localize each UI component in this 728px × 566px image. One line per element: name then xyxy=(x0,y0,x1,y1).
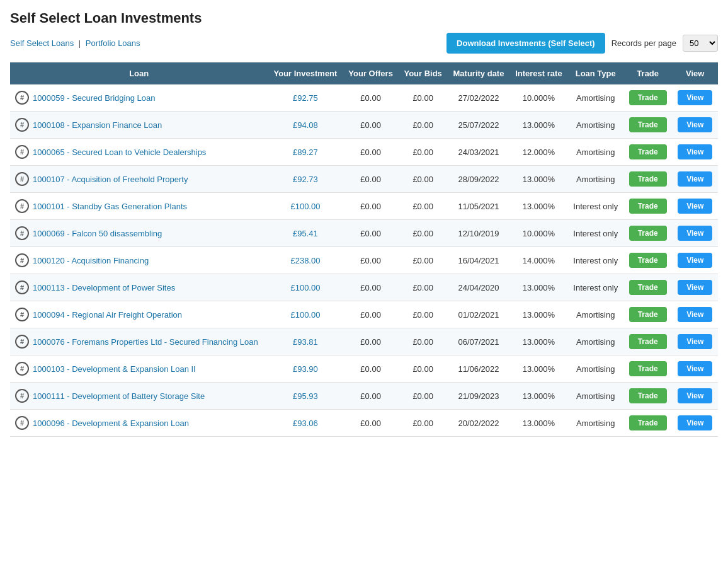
loan-type-value: Amortising xyxy=(567,410,623,437)
loan-link[interactable]: 1000069 - Falcon 50 disassembling xyxy=(33,229,162,238)
offers-value: £0.00 xyxy=(343,301,399,328)
hash-icon: # xyxy=(15,118,29,132)
loan-link[interactable]: 1000113 - Development of Power Sites xyxy=(33,283,175,292)
trade-button[interactable]: Trade xyxy=(629,415,667,430)
trade-button[interactable]: Trade xyxy=(629,280,667,295)
table-row: # 1000094 - Regional Air Freight Operati… xyxy=(10,301,718,328)
loan-link[interactable]: 1000065 - Secured Loan to Vehicle Dealer… xyxy=(33,147,206,157)
loan-link[interactable]: 1000101 - Standby Gas Generation Plants xyxy=(33,202,187,211)
maturity-value: 06/07/2021 xyxy=(448,328,510,355)
trade-cell: Trade xyxy=(623,139,672,166)
view-button[interactable]: View xyxy=(678,199,712,214)
hash-icon: # xyxy=(15,308,29,321)
hash-icon: # xyxy=(15,226,29,240)
loan-link[interactable]: 1000111 - Development of Battery Storage… xyxy=(33,391,205,401)
rate-value: 13.000% xyxy=(509,166,567,193)
loan-cell: # 1000065 - Secured Loan to Vehicle Deal… xyxy=(10,139,268,166)
investment-value: £92.75 xyxy=(268,84,343,112)
view-cell: View xyxy=(672,166,718,193)
trade-cell: Trade xyxy=(623,247,672,274)
trade-cell: Trade xyxy=(623,301,672,328)
hash-icon: # xyxy=(15,416,29,430)
view-button[interactable]: View xyxy=(678,280,712,295)
trade-button[interactable]: Trade xyxy=(629,388,667,403)
table-row: # 1000059 - Secured Bridging Loan £92.75… xyxy=(10,84,718,112)
toolbar: Download Investments (Self Select) Recor… xyxy=(446,33,718,54)
maturity-value: 24/03/2021 xyxy=(448,139,510,166)
loan-link[interactable]: 1000096 - Development & Expansion Loan xyxy=(33,419,189,428)
header-row: Loan Your Investment Your Offers Your Bi… xyxy=(10,62,718,84)
trade-button[interactable]: Trade xyxy=(629,199,667,214)
loan-type-value: Amortising xyxy=(567,328,623,355)
view-button[interactable]: View xyxy=(678,144,712,159)
view-button[interactable]: View xyxy=(678,226,712,241)
loan-link[interactable]: 1000059 - Secured Bridging Loan xyxy=(33,93,155,103)
trade-cell: Trade xyxy=(623,112,672,139)
trade-button[interactable]: Trade xyxy=(629,117,667,132)
trade-cell: Trade xyxy=(623,166,672,193)
self-select-loans-link[interactable]: Self Select Loans xyxy=(10,38,74,48)
records-per-page-select[interactable]: 50 25 100 xyxy=(683,35,718,52)
hash-icon: # xyxy=(15,172,29,186)
table-row: # 1000069 - Falcon 50 disassembling £95.… xyxy=(10,220,718,247)
col-bids: Your Bids xyxy=(399,62,448,84)
loan-cell: # 1000069 - Falcon 50 disassembling xyxy=(10,220,268,247)
hash-icon: # xyxy=(15,335,29,349)
loan-link[interactable]: 1000108 - Expansion Finance Loan xyxy=(33,120,162,130)
offers-value: £0.00 xyxy=(343,112,399,139)
view-cell: View xyxy=(672,301,718,328)
table-row: # 1000107 - Acquisition of Freehold Prop… xyxy=(10,166,718,193)
view-cell: View xyxy=(672,84,718,112)
trade-button[interactable]: Trade xyxy=(629,253,667,268)
offers-value: £0.00 xyxy=(343,274,399,301)
col-loan-type: Loan Type xyxy=(567,62,623,84)
loan-link[interactable]: 1000120 - Acquisition Financing xyxy=(33,256,149,265)
investment-value: £100.00 xyxy=(268,301,343,328)
view-button[interactable]: View xyxy=(678,361,712,376)
rate-value: 13.000% xyxy=(509,355,567,383)
trade-button[interactable]: Trade xyxy=(629,226,667,241)
view-button[interactable]: View xyxy=(678,117,712,132)
view-button[interactable]: View xyxy=(678,415,712,430)
bids-value: £0.00 xyxy=(399,410,448,437)
bids-value: £0.00 xyxy=(399,355,448,383)
bids-value: £0.00 xyxy=(399,247,448,274)
loan-type-value: Interest only xyxy=(567,193,623,220)
view-button[interactable]: View xyxy=(678,307,712,322)
view-button[interactable]: View xyxy=(678,171,712,187)
table-row: # 1000076 - Foremans Properties Ltd - Se… xyxy=(10,328,718,355)
rate-value: 10.000% xyxy=(509,220,567,247)
investment-value: £93.81 xyxy=(268,328,343,355)
trade-button[interactable]: Trade xyxy=(629,307,667,322)
loan-type-value: Interest only xyxy=(567,274,623,301)
offers-value: £0.00 xyxy=(343,220,399,247)
trade-button[interactable]: Trade xyxy=(629,361,667,376)
view-button[interactable]: View xyxy=(678,388,712,403)
rate-value: 13.000% xyxy=(509,274,567,301)
loan-link[interactable]: 1000107 - Acquisition of Freehold Proper… xyxy=(33,175,188,184)
loan-link[interactable]: 1000076 - Foremans Properties Ltd - Secu… xyxy=(33,337,258,347)
view-cell: View xyxy=(672,112,718,139)
table-row: # 1000113 - Development of Power Sites £… xyxy=(10,274,718,301)
offers-value: £0.00 xyxy=(343,328,399,355)
trade-button[interactable]: Trade xyxy=(629,171,667,187)
view-button[interactable]: View xyxy=(678,90,712,105)
table-row: # 1000101 - Standby Gas Generation Plant… xyxy=(10,193,718,220)
loan-type-value: Amortising xyxy=(567,112,623,139)
portfolio-loans-link[interactable]: Portfolio Loans xyxy=(86,38,140,48)
view-button[interactable]: View xyxy=(678,334,712,349)
bids-value: £0.00 xyxy=(399,301,448,328)
loan-type-value: Amortising xyxy=(567,383,623,410)
view-button[interactable]: View xyxy=(678,253,712,268)
download-button[interactable]: Download Investments (Self Select) xyxy=(446,33,605,54)
view-cell: View xyxy=(672,274,718,301)
loan-cell: # 1000076 - Foremans Properties Ltd - Se… xyxy=(10,328,268,355)
trade-cell: Trade xyxy=(623,274,672,301)
trade-button[interactable]: Trade xyxy=(629,90,667,105)
offers-value: £0.00 xyxy=(343,193,399,220)
trade-button[interactable]: Trade xyxy=(629,144,667,159)
loan-type-value: Interest only xyxy=(567,247,623,274)
trade-button[interactable]: Trade xyxy=(629,334,667,349)
loan-link[interactable]: 1000094 - Regional Air Freight Operation xyxy=(33,310,182,320)
loan-link[interactable]: 1000103 - Development & Expansion Loan I… xyxy=(33,364,196,374)
